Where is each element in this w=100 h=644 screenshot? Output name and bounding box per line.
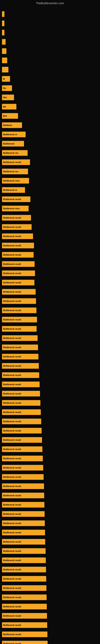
bar-row: Bottleneck result [2, 232, 98, 241]
bar-label: Bottleneck result [3, 522, 21, 524]
bar-item: Bottleneck result [2, 585, 47, 591]
bar-label: Bottleneck result [3, 559, 21, 562]
bar-item: Bottleneck result [2, 317, 37, 322]
bar-label: Bottlene [3, 124, 12, 126]
bar-item: Bottleneck res [2, 169, 28, 174]
bar-item: Bottleneck result [2, 270, 35, 276]
bar-label: Bo [3, 106, 6, 108]
bar-label: Bottleneck result [3, 587, 21, 589]
bar-row: Bot [2, 93, 98, 102]
site-title: TheBottlenecker.com [0, 0, 100, 6]
bar-label: Bottleneck result [3, 300, 21, 302]
bar-label: Bottleneck result [3, 216, 21, 219]
bar-row: Bottleneck result [2, 621, 98, 630]
bar-label: Bottleneck result [3, 402, 21, 404]
bar-item: Bottleneck result [2, 344, 38, 350]
bar-row: Bottleneck result [2, 491, 98, 500]
bar-row: Bottleneck result [2, 389, 98, 398]
bar-label: Bottleneck result [3, 540, 21, 543]
bar-item: Bottleneck result [2, 604, 47, 610]
bar-item: Bottleneck result [2, 326, 37, 332]
bar-row: Bottleneck result [2, 222, 98, 232]
bar-label: Bottleneck re [3, 189, 17, 191]
bar-row: Bottleneck result [2, 278, 98, 287]
bar-row: Bottleneck result [2, 639, 98, 644]
bar-row: Bottleneck result [2, 510, 98, 518]
bar-row: Bottleneck result [2, 556, 98, 565]
bar-item: Bottleneck result [2, 289, 36, 295]
bar-item [2, 11, 4, 17]
bar-row [2, 28, 98, 37]
bar-item: Bottleneck result [2, 474, 44, 480]
bar-label: Bottleneck result [3, 356, 21, 358]
bar-label: Bottleneck result [3, 550, 21, 552]
bar-row: Bo [2, 102, 98, 111]
bar-item: Bottlene [2, 122, 22, 128]
bar-item: Bottleneck result [2, 160, 30, 165]
bar-label: Bottleneck result [3, 578, 21, 580]
bar-label: Bottleneck res [3, 170, 18, 173]
bar-item: Bottleneck result [2, 613, 47, 619]
bar-label: Bottleneck result [3, 614, 21, 617]
bar-item: Bottleneck result [2, 335, 38, 341]
bar-item: Bottleneck res [2, 150, 28, 156]
bar-row: Bottleneck result [2, 260, 98, 268]
bar-row: Bottleneck result [2, 408, 98, 416]
bar-item: Bottleneck result [2, 493, 44, 498]
bar-item: Bottleneck result [2, 391, 40, 396]
bar-item: Bottleneck result [2, 632, 48, 637]
bar-row: Bot [2, 112, 98, 120]
bar-row: Bottleneck result [2, 482, 98, 491]
bar-row: Bottleneck result [2, 417, 98, 426]
bar-label: Bottleneck result [3, 198, 21, 200]
bar-row [2, 65, 98, 74]
bar-item: Bottleneck result [2, 363, 39, 369]
bar-row: Bottleneck result [2, 537, 98, 546]
bar-label: Bottleneck result [3, 309, 21, 312]
bar-row: Bottleneck result [2, 528, 98, 537]
bar-label: Bottleneck result [3, 290, 21, 293]
bar-label: Bottleneck result [3, 568, 21, 571]
bar-item: Bottleneck result [2, 594, 47, 600]
bar-item: Bottleneck result [2, 252, 34, 258]
bar-item: Bottleneck result [2, 641, 48, 644]
bar-label: Bottleneck result [3, 263, 21, 265]
bar-row: Bottleneck result [2, 546, 98, 556]
bar-item: Bottleneck result [2, 298, 36, 304]
bar-label: Bottleneck result [3, 235, 21, 238]
bar-item: B [2, 76, 10, 82]
bar-row: Bottleneck result [2, 574, 98, 583]
bar-label: Bottleneck result [3, 596, 21, 598]
bar-label: Bottleneck resu [3, 180, 20, 182]
bar-row [2, 56, 98, 65]
bar-label: Bot [3, 96, 7, 98]
bar-item: Bottleneck result [2, 428, 42, 434]
bar-item: Bottleneck result [2, 465, 43, 470]
bar-item: Bottleneck resu [2, 178, 29, 184]
bar-label: Bottleneck result [3, 161, 21, 164]
bar-row: Bottleneck result [2, 269, 98, 278]
bar-item: Bottleneck re [2, 132, 26, 137]
bar-item: Bottleneck [2, 141, 24, 146]
bar-label: Bottleneck result [3, 411, 21, 413]
bar-label: Bottleneck result [3, 457, 21, 460]
bar-row: Bottleneck re [2, 186, 98, 194]
bar-row: Bottleneck [2, 139, 98, 148]
bar-row: B [2, 74, 98, 83]
bar-row: Bottleneck result [2, 334, 98, 342]
bar-label: Bottleneck result [3, 318, 21, 321]
bar-row [2, 19, 98, 28]
bar-item: Bottleneck result [2, 567, 46, 572]
bar-item: Bottleneck result [2, 354, 38, 360]
bar-label: Bottleneck result [3, 624, 21, 626]
bar-item: Bottleneck result [2, 446, 42, 452]
bar-item: Bot [2, 113, 18, 119]
bar-label: Bottleneck result [3, 439, 21, 441]
bar-row: Bottleneck result [2, 288, 98, 296]
bar-item: Bottleneck result [2, 437, 42, 443]
bar-item: Bo [2, 85, 12, 91]
bar-label: Bottleneck [3, 142, 14, 145]
bar-label: Bottleneck result [3, 504, 21, 506]
bar-label: Bottleneck result [3, 494, 21, 497]
bar-row: Bottleneck result [2, 630, 98, 639]
